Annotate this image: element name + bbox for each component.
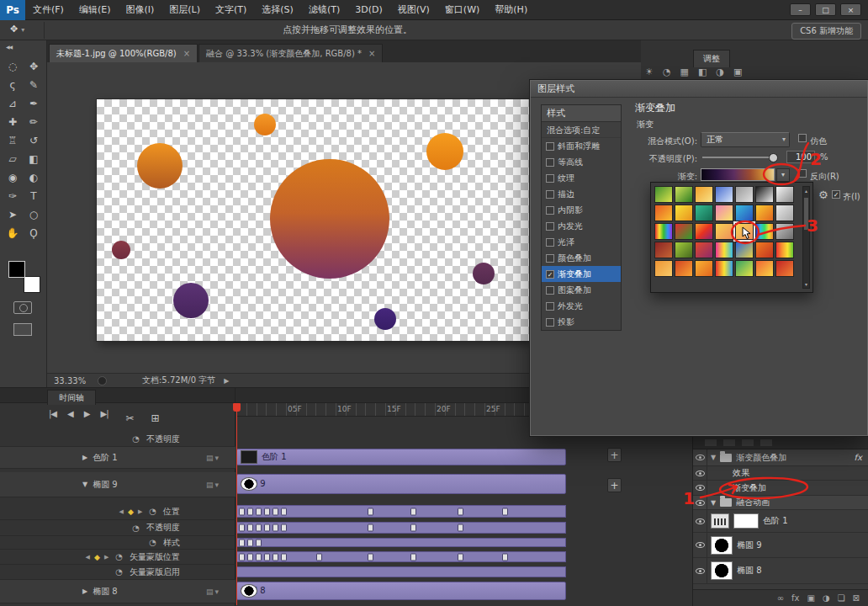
timeline-property-track[interactable]: ◀◆▶◔矢量蒙版位置: [0, 550, 236, 565]
style-item[interactable]: 图案叠加: [542, 282, 621, 298]
maximize-button[interactable]: □: [815, 3, 836, 16]
gradient-swatch[interactable]: [654, 205, 673, 221]
layer-row-effect-head[interactable]: 效果: [693, 466, 868, 481]
style-item[interactable]: ✓渐变叠加: [542, 266, 621, 282]
keyframe-strip[interactable]: [236, 538, 566, 547]
style-checkbox[interactable]: [546, 318, 554, 327]
scroll-down-arrow-icon[interactable]: ▾: [803, 281, 809, 287]
hand-tool[interactable]: ✋: [3, 224, 23, 242]
style-item[interactable]: 外发光: [542, 298, 621, 314]
keyframe[interactable]: [273, 553, 278, 561]
keyframe[interactable]: [316, 553, 322, 561]
gradient-swatch[interactable]: [695, 186, 713, 203]
adjustment-preset-icon[interactable]: ▦: [680, 66, 688, 77]
blending-options-item[interactable]: 混合选项:自定: [542, 122, 621, 138]
style-checkbox[interactable]: [546, 238, 554, 247]
menu-item[interactable]: 图层(L): [161, 0, 208, 20]
keyframe[interactable]: [502, 508, 508, 515]
timeline-property-track[interactable]: ◔不透明度: [0, 432, 236, 447]
tab-adjustments[interactable]: 调整: [693, 50, 730, 67]
style-item[interactable]: 描边: [542, 186, 621, 202]
scroll-up-arrow-icon[interactable]: ▴: [803, 188, 809, 194]
keyframe-diamond-icon[interactable]: ◆: [94, 553, 100, 561]
keyframe[interactable]: [273, 524, 278, 532]
tool-preset-picker[interactable]: ✥▾: [10, 24, 24, 35]
gradient-swatch[interactable]: [695, 223, 713, 240]
clone-stamp-tool[interactable]: ♖: [3, 131, 23, 149]
keyframe[interactable]: [256, 539, 262, 546]
zoom-tool[interactable]: Ϙ: [24, 224, 44, 242]
gradient-swatch[interactable]: [675, 186, 693, 203]
healing-brush-tool[interactable]: ✚: [3, 113, 23, 130]
dialog-title[interactable]: 图层样式: [531, 81, 867, 98]
menu-item[interactable]: 3D(D): [347, 0, 390, 20]
keyframe[interactable]: [281, 553, 287, 561]
gradient-swatch[interactable]: [675, 205, 693, 221]
track-menu-icon[interactable]: ▤▾: [206, 587, 220, 596]
purple-dot-bottom[interactable]: [374, 308, 396, 330]
add-clip-button[interactable]: +: [607, 478, 622, 492]
gradient-swatch[interactable]: [735, 186, 754, 203]
menu-item[interactable]: 选择(S): [254, 0, 301, 20]
style-checkbox[interactable]: [546, 142, 554, 151]
gradient-swatch[interactable]: [695, 242, 713, 258]
doc-tab-2[interactable]: 融合 @ 33.3% (渐变颜色叠加, RGB/8) *×: [198, 44, 383, 62]
type-tool[interactable]: T: [24, 187, 44, 205]
panel-footer-icon[interactable]: ⊠: [853, 593, 860, 603]
style-checkbox[interactable]: [546, 222, 554, 231]
timeline-clip[interactable]: 椭圆 8: [236, 582, 566, 600]
stopwatch-icon[interactable]: ◔: [149, 507, 156, 516]
gradient-picker-dropdown-button[interactable]: ▾: [776, 168, 790, 182]
keyframe-strip[interactable]: [236, 505, 566, 518]
stopwatch-icon[interactable]: ◔: [132, 524, 140, 533]
keyframe[interactable]: [368, 524, 373, 532]
zoom-level[interactable]: 33.33%: [54, 376, 98, 385]
keyframe[interactable]: [247, 539, 253, 546]
expander-icon[interactable]: ▶: [82, 587, 87, 595]
layer-row-layer[interactable]: 椭圆 8: [693, 558, 868, 584]
style-item[interactable]: 内发光: [542, 218, 621, 234]
adjustment-preset-icon[interactable]: ◔: [663, 66, 671, 77]
gradient-swatch[interactable]: [775, 260, 794, 277]
keyframe[interactable]: [410, 553, 416, 561]
keyframe[interactable]: [264, 524, 270, 532]
keyframe[interactable]: [256, 508, 262, 515]
move-tool[interactable]: ✥: [24, 57, 44, 75]
layer-row-effect[interactable]: 渐变叠加: [693, 481, 868, 496]
style-checkbox[interactable]: [546, 174, 554, 183]
keyframe[interactable]: [281, 508, 287, 515]
keyframe[interactable]: [239, 524, 245, 532]
stopwatch-icon[interactable]: ◔: [149, 538, 156, 547]
keyframe[interactable]: [458, 553, 463, 561]
keyframe[interactable]: [368, 508, 373, 515]
gradient-swatch[interactable]: [675, 260, 693, 277]
align-checkbox[interactable]: ✓: [832, 190, 840, 199]
keyframe[interactable]: [239, 508, 245, 515]
crop-tool[interactable]: ⊿: [3, 94, 23, 112]
gradient-swatch[interactable]: [654, 186, 673, 203]
blur-tool[interactable]: ◉: [3, 168, 23, 186]
status-flyout-arrow-icon[interactable]: ▶: [224, 377, 229, 385]
opacity-value-field[interactable]: 100: [786, 151, 815, 163]
gradient-swatch[interactable]: [755, 260, 774, 277]
panel-header-icon[interactable]: [760, 439, 772, 446]
panel-footer-icon[interactable]: ◑: [823, 593, 830, 603]
close-tab-icon[interactable]: ×: [368, 49, 375, 58]
keyframe[interactable]: [256, 553, 262, 561]
orange-dot-top[interactable]: [254, 114, 276, 136]
adjustment-preset-icon[interactable]: ☀: [645, 66, 654, 77]
gradient-swatch[interactable]: [735, 242, 754, 258]
scrollbar-thumb[interactable]: [804, 198, 808, 230]
style-item[interactable]: 等高线: [542, 154, 621, 170]
add-clip-button[interactable]: +: [607, 448, 622, 462]
timeline-layer-track[interactable]: ▼椭圆 9▤▾: [0, 472, 236, 497]
menu-item[interactable]: 文字(T): [208, 0, 254, 20]
pen-tool[interactable]: ✑: [3, 187, 23, 205]
keyframe[interactable]: [264, 508, 270, 515]
gradient-swatch[interactable]: [715, 205, 733, 221]
style-checkbox[interactable]: [546, 158, 554, 167]
previous-keyframe-icon[interactable]: ◀: [86, 554, 90, 561]
menu-item[interactable]: 文件(F): [25, 0, 71, 20]
style-checkbox[interactable]: [546, 286, 554, 295]
keyframe-diamond-icon[interactable]: ◆: [128, 508, 134, 516]
